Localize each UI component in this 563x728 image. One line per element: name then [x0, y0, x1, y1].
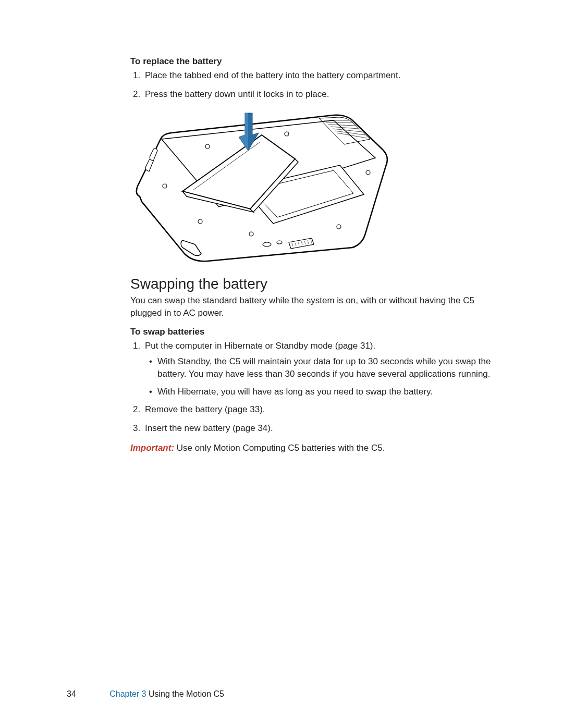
swap-sub-bullets: With Standby, the C5 will maintain your …: [145, 355, 496, 398]
replace-steps-list: Place the tabbed end of the battery into…: [130, 69, 496, 101]
list-item: With Hibernate, you will have as long as…: [157, 386, 496, 398]
heading-to-swap: To swap batteries: [130, 327, 496, 337]
list-item: Put the computer in Hibernate or Standby…: [143, 339, 496, 398]
svg-point-16: [198, 219, 202, 224]
list-item: Insert the new battery (page 34).: [143, 422, 496, 435]
list-item: Place the tabbed end of the battery into…: [143, 69, 496, 82]
chapter-title: Using the Motion C5: [146, 689, 224, 698]
svg-point-25: [277, 241, 282, 244]
svg-point-11: [205, 144, 210, 149]
swap-steps-list: Put the computer in Hibernate or Standby…: [130, 339, 496, 435]
step-text: Put the computer in Hibernate or Standby…: [145, 341, 375, 351]
svg-point-14: [249, 232, 253, 236]
svg-point-15: [337, 225, 341, 229]
heading-swapping: Swapping the battery: [130, 276, 496, 292]
page-number: 34: [67, 689, 76, 698]
swap-intro-text: You can swap the standard battery while …: [130, 294, 496, 319]
list-item: Press the battery down until it locks in…: [143, 88, 496, 101]
important-text: Use only Motion Computing C5 batteries w…: [174, 443, 385, 453]
svg-point-12: [285, 132, 289, 136]
document-page: To replace the battery Place the tabbed …: [0, 0, 563, 728]
battery-install-figure: [130, 108, 391, 264]
chapter-label: Chapter 3: [109, 689, 146, 698]
list-item: With Standby, the C5 will maintain your …: [157, 355, 496, 380]
svg-point-10: [163, 184, 167, 188]
list-item: Remove the battery (page 33).: [143, 403, 496, 416]
svg-point-24: [263, 242, 271, 246]
page-footer: 34 Chapter 3 Using the Motion C5: [67, 689, 224, 699]
svg-point-13: [366, 170, 370, 175]
heading-replace-battery: To replace the battery: [130, 56, 496, 67]
important-label: Important:: [130, 443, 174, 453]
important-note: Important: Use only Motion Computing C5 …: [130, 442, 496, 454]
